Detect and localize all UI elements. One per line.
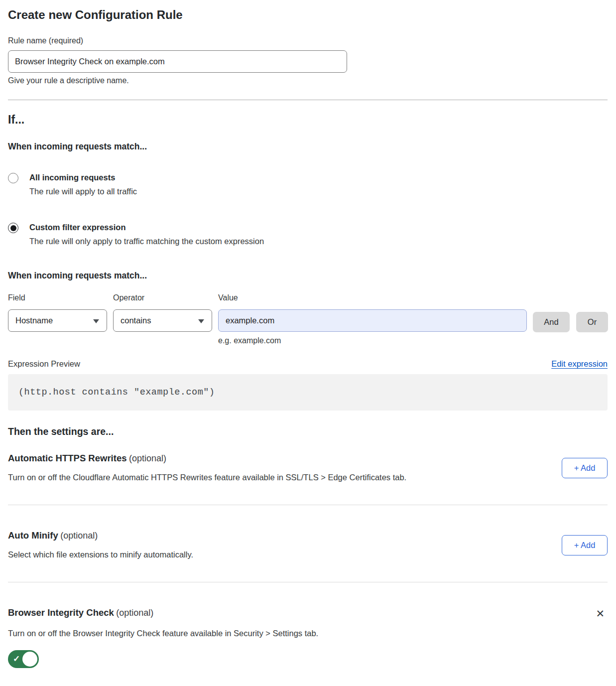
setting-optional-tag: (optional) bbox=[116, 608, 153, 618]
radio-all-requests-label: All incoming requests bbox=[29, 172, 137, 183]
setting-divider bbox=[8, 505, 608, 505]
close-icon[interactable]: ✕ bbox=[593, 607, 608, 620]
value-label: Value bbox=[218, 293, 527, 302]
expression-builder-row: Field Hostname Operator contains Value e… bbox=[8, 293, 608, 345]
setting-text: Automatic HTTPS Rewrites (optional) Turn… bbox=[8, 453, 406, 482]
field-select-value: Hostname bbox=[15, 316, 53, 325]
browser-integrity-check-toggle[interactable]: ✓ bbox=[8, 650, 39, 668]
setting-title-line: Auto Minify (optional) bbox=[8, 530, 193, 541]
setting-text: Auto Minify (optional) Select which file… bbox=[8, 530, 193, 559]
radio-option-text: Custom filter expression The rule will o… bbox=[29, 222, 264, 247]
setting-description: Select which file extensions to minify a… bbox=[8, 550, 193, 559]
operator-select[interactable]: contains bbox=[113, 309, 212, 332]
expression-preview-code: (http.host contains "example.com") bbox=[8, 374, 608, 411]
field-column: Field Hostname bbox=[8, 293, 107, 345]
value-hint: e.g. example.com bbox=[218, 336, 527, 345]
setting-title: Automatic HTTPS Rewrites bbox=[8, 453, 127, 463]
expression-preview-row: Expression Preview Edit expression bbox=[8, 359, 608, 369]
chevron-down-icon bbox=[198, 319, 204, 323]
setting-automatic-https-rewrites: Automatic HTTPS Rewrites (optional) Turn… bbox=[8, 453, 608, 482]
setting-divider bbox=[8, 582, 608, 582]
value-input[interactable] bbox=[218, 309, 527, 332]
operator-label: Operator bbox=[113, 293, 212, 302]
chevron-down-icon bbox=[93, 319, 99, 323]
or-button[interactable]: Or bbox=[576, 312, 608, 332]
setting-title: Browser Integrity Check bbox=[8, 607, 114, 618]
add-automatic-https-rewrites-button[interactable]: + Add bbox=[562, 458, 608, 478]
setting-optional-tag: (optional) bbox=[129, 453, 166, 463]
field-label: Field bbox=[8, 293, 107, 302]
rule-name-label: Rule name (required) bbox=[8, 36, 608, 45]
edit-expression-link[interactable]: Edit expression bbox=[551, 359, 608, 369]
section-divider bbox=[8, 100, 608, 100]
setting-title-line: Automatic HTTPS Rewrites (optional) bbox=[8, 453, 406, 464]
value-column: Value e.g. example.com bbox=[218, 293, 527, 345]
radio-option-text: All incoming requests The rule will appl… bbox=[29, 172, 137, 197]
setting-header: Browser Integrity Check (optional) ✕ bbox=[8, 607, 608, 620]
if-heading: If... bbox=[8, 113, 608, 127]
and-button[interactable]: And bbox=[533, 312, 570, 332]
add-auto-minify-button[interactable]: + Add bbox=[562, 535, 608, 555]
radio-custom-filter[interactable] bbox=[8, 223, 18, 233]
setting-optional-tag: (optional) bbox=[60, 531, 98, 541]
field-select[interactable]: Hostname bbox=[8, 309, 107, 332]
setting-title: Auto Minify bbox=[8, 530, 58, 541]
builder-heading: When incoming requests match... bbox=[8, 271, 608, 281]
match-subheading: When incoming requests match... bbox=[8, 141, 608, 152]
page-title: Create new Configuration Rule bbox=[8, 8, 608, 22]
toggle-knob bbox=[22, 652, 37, 667]
radio-option-custom-filter[interactable]: Custom filter expression The rule will o… bbox=[8, 222, 608, 247]
check-icon: ✓ bbox=[13, 654, 20, 664]
operator-select-value: contains bbox=[121, 316, 151, 325]
radio-all-requests[interactable] bbox=[8, 173, 18, 183]
setting-description: Turn on or off the Browser Integrity Che… bbox=[8, 629, 608, 638]
then-heading: Then the settings are... bbox=[8, 426, 608, 437]
setting-browser-integrity-check: Browser Integrity Check (optional) ✕ Tur… bbox=[8, 607, 608, 668]
configuration-rule-form: Create new Configuration Rule Rule name … bbox=[0, 0, 616, 676]
operator-column: Operator contains bbox=[113, 293, 212, 345]
rule-name-input[interactable] bbox=[8, 50, 347, 73]
radio-custom-filter-desc: The rule will only apply to traffic matc… bbox=[29, 236, 264, 247]
radio-option-all-requests[interactable]: All incoming requests The rule will appl… bbox=[8, 172, 608, 197]
radio-custom-filter-label: Custom filter expression bbox=[29, 222, 264, 233]
expression-preview-label: Expression Preview bbox=[8, 359, 80, 369]
radio-all-requests-desc: The rule will apply to all traffic bbox=[29, 186, 137, 197]
logic-buttons: And Or bbox=[533, 312, 608, 345]
setting-auto-minify: Auto Minify (optional) Select which file… bbox=[8, 530, 608, 559]
expression-code-text: (http.host contains "example.com") bbox=[18, 387, 215, 398]
setting-title-line: Browser Integrity Check (optional) bbox=[8, 607, 153, 618]
setting-description: Turn on or off the Cloudflare Automatic … bbox=[8, 473, 406, 482]
rule-name-help: Give your rule a descriptive name. bbox=[8, 76, 608, 85]
